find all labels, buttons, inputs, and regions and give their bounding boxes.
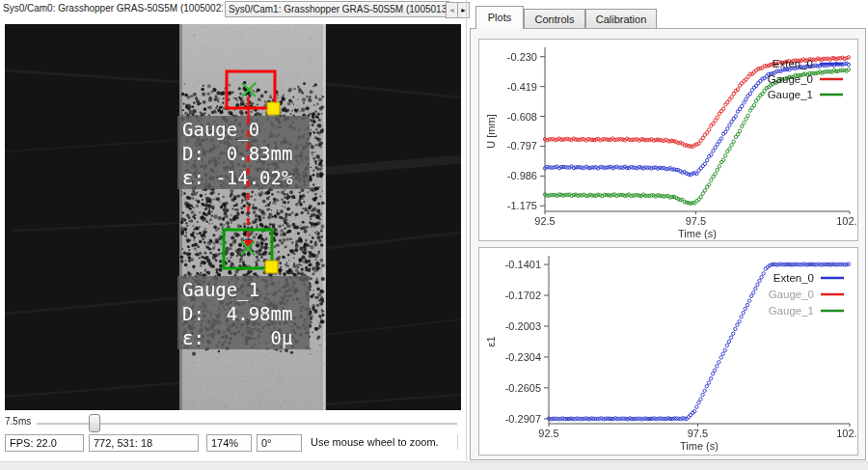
fps-indicator: FPS: 22.0 bbox=[5, 434, 84, 452]
camera-tabbar: Sys0/Cam0: Grasshopper GRAS-50S5M (10050… bbox=[0, 0, 469, 18]
window-bottom-edge bbox=[0, 461, 868, 470]
svg-text:-0.608: -0.608 bbox=[507, 111, 537, 123]
svg-text:-0.1702: -0.1702 bbox=[505, 290, 541, 301]
svg-text:-0.2907: -0.2907 bbox=[505, 413, 541, 425]
chart2-plot: -0.1401-0.1702-0.2003-0.2304-0.2605-0.29… bbox=[479, 248, 857, 455]
svg-text:Gauge_1: Gauge_1 bbox=[769, 305, 814, 317]
tab-plots[interactable]: Plots bbox=[475, 6, 524, 29]
exposure-label: 7.5ms bbox=[5, 416, 31, 427]
svg-text:-0.230: -0.230 bbox=[507, 51, 537, 63]
svg-text:Time (s): Time (s) bbox=[680, 440, 719, 452]
svg-text:-0.2003: -0.2003 bbox=[505, 320, 541, 332]
rotation-angle: 0° bbox=[257, 434, 302, 452]
svg-text:97.5: 97.5 bbox=[688, 428, 708, 439]
strain-chart: -0.1401-0.1702-0.2003-0.2304-0.2605-0.29… bbox=[478, 247, 858, 456]
svg-text:Gauge_1: Gauge_1 bbox=[768, 89, 813, 100]
tab-controls[interactable]: Controls bbox=[524, 9, 585, 29]
tab-calibration[interactable]: Calibration bbox=[585, 9, 657, 29]
tab-cam0-live[interactable]: Sys0/Cam0: Grasshopper GRAS-50S5M (10050… bbox=[3, 1, 223, 15]
svg-text:-0.1401: -0.1401 bbox=[505, 259, 541, 270]
plots-tab-page: -0.230-0.419-0.608-0.797-0.986-1.17592.5… bbox=[470, 28, 866, 460]
svg-text:102.6: 102.6 bbox=[836, 215, 857, 227]
zoom-level: 174% bbox=[206, 434, 252, 452]
status-bar: FPS: 22.0 772, 531: 18 174% 0° Use mouse… bbox=[0, 434, 466, 454]
svg-text:92.5: 92.5 bbox=[538, 428, 558, 439]
tab-cam1[interactable]: Sys0/Cam1: Grasshopper GRAS-50S5M (10050… bbox=[225, 1, 449, 17]
svg-text:97.5: 97.5 bbox=[686, 215, 706, 227]
panel-splitter[interactable] bbox=[466, 0, 467, 460]
svg-text:-0.2605: -0.2605 bbox=[505, 382, 541, 394]
displacement-chart: -0.230-0.419-0.608-0.797-0.986-1.17592.5… bbox=[478, 39, 858, 241]
svg-text:Gauge_0: Gauge_0 bbox=[769, 289, 814, 300]
svg-text:U [mm]: U [mm] bbox=[485, 114, 497, 148]
gauge-overlay bbox=[5, 24, 461, 410]
svg-text:-0.2304: -0.2304 bbox=[505, 351, 541, 363]
gauge1-drag-handle[interactable] bbox=[265, 261, 278, 273]
svg-text:-1.175: -1.175 bbox=[507, 200, 537, 211]
exposure-slider-handle[interactable] bbox=[89, 414, 100, 432]
pixel-readout: 772, 531: 18 bbox=[89, 434, 199, 452]
chart1-plot: -0.230-0.419-0.608-0.797-0.986-1.17592.5… bbox=[479, 40, 857, 240]
svg-text:Time (s): Time (s) bbox=[678, 228, 717, 239]
svg-text:Exten_0: Exten_0 bbox=[773, 58, 813, 69]
svg-text:-0.986: -0.986 bbox=[507, 170, 537, 181]
svg-text:102.6: 102.6 bbox=[836, 428, 857, 439]
svg-text:Exten_0: Exten_0 bbox=[773, 272, 814, 284]
svg-text:Gauge_0: Gauge_0 bbox=[768, 73, 813, 85]
svg-text:-0.419: -0.419 bbox=[507, 81, 537, 93]
plots-panel: Plots Controls Calibration -0.230-0.419-… bbox=[470, 6, 866, 460]
app-window: Sys0/Cam0: Grasshopper GRAS-50S5M (10050… bbox=[0, 0, 868, 470]
camera-view[interactable]: Gauge_0 D: 0.83mm ε: -14.02% Gauge_1 D: … bbox=[5, 24, 461, 410]
gauge0-drag-handle[interactable] bbox=[267, 102, 280, 115]
svg-text:92.5: 92.5 bbox=[534, 215, 555, 227]
exposure-row: 7.5ms bbox=[0, 413, 466, 432]
svg-text:-0.797: -0.797 bbox=[507, 140, 537, 152]
svg-text:ε1: ε1 bbox=[485, 336, 497, 346]
zoom-hint-text: Use mouse wheel to zoom. bbox=[307, 434, 458, 450]
tab-scroll-right-icon[interactable]: ► bbox=[457, 2, 470, 18]
